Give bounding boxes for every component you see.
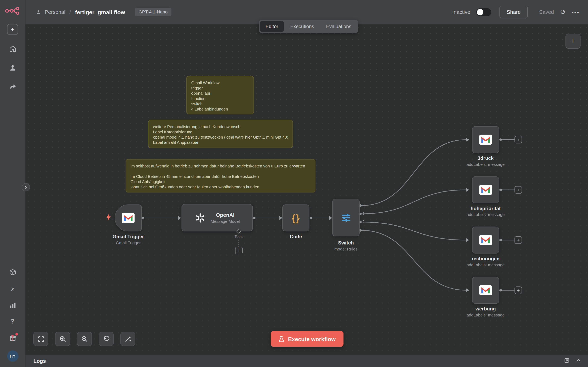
n8n-logo-icon[interactable] (5, 5, 20, 18)
active-status-label: Inactive (452, 9, 470, 15)
zoom-in-button[interactable] (55, 332, 70, 346)
node-subtitle: addLabels: message (467, 162, 505, 167)
node-subtitle: addLabels: message (467, 313, 505, 317)
users-icon[interactable] (9, 64, 17, 72)
share-button[interactable]: Share (500, 6, 528, 18)
node-werbung[interactable]: werbung addLabels: message (472, 277, 499, 304)
node-subtitle: mode: Rules (334, 247, 357, 251)
code-icon: {} (292, 212, 300, 224)
open-nodes-panel-button[interactable]: + (565, 34, 580, 49)
node-3druck[interactable]: 3druck addLabels: message (472, 126, 499, 153)
gmail-icon (479, 185, 492, 195)
left-sidebar: + (0, 0, 26, 367)
switch-icon (340, 212, 352, 223)
tab-executions[interactable]: Executions (285, 21, 320, 32)
node-subtitle: Gmail Trigger (112, 241, 144, 245)
project-person-icon (35, 9, 41, 15)
node-label: hohepriorität (467, 206, 505, 211)
gmail-icon (479, 235, 492, 245)
fit-view-button[interactable] (33, 332, 48, 346)
tab-editor[interactable]: Editor (260, 21, 284, 32)
execute-workflow-button[interactable]: Execute workflow (271, 331, 343, 347)
notification-dot (15, 333, 18, 335)
canvas-controls (33, 332, 135, 346)
node-label: Code (290, 234, 302, 239)
tab-evaluations[interactable]: Evaluations (320, 21, 357, 32)
templates-icon[interactable] (9, 268, 17, 276)
node-switch[interactable]: Switch mode: Rules (332, 199, 359, 236)
reset-zoom-button[interactable] (99, 332, 114, 346)
insights-icon[interactable] (9, 301, 17, 309)
trigger-bolt-icon (106, 213, 111, 222)
node-label: werbung (467, 306, 505, 312)
workflow-canvas[interactable]: Gmail Workflow trigger openai api functi… (26, 24, 588, 355)
add-node-button[interactable]: + (515, 287, 522, 294)
execute-workflow-label: Execute workflow (288, 336, 336, 342)
connections-layer (26, 24, 588, 355)
node-hoheprioritaet[interactable]: hohepriorität addLabels: message (472, 176, 499, 203)
node-openai[interactable]: OpenAI Message Model Tools + (182, 204, 253, 231)
logs-title: Logs (33, 358, 46, 364)
variables-icon[interactable]: x (9, 284, 17, 293)
tools-dashed-line (239, 240, 239, 247)
gmail-icon (122, 213, 135, 223)
tools-port-label: Tools (234, 234, 243, 239)
open-logs-panel-icon[interactable] (564, 357, 570, 364)
node-code[interactable]: {} Code (282, 205, 309, 231)
breadcrumb-separator: / (69, 9, 72, 15)
user-avatar[interactable]: HY (7, 350, 18, 362)
more-options-icon[interactable]: ••• (571, 9, 580, 15)
add-node-button[interactable]: + (515, 136, 522, 143)
node-label: Switch (334, 240, 357, 246)
node-subtitle: addLabels: message (467, 263, 505, 267)
openai-icon (195, 212, 206, 223)
add-tool-button[interactable]: + (235, 247, 242, 254)
node-label: OpenAI (216, 212, 234, 218)
switch-output-label-1: 1 (363, 212, 364, 215)
node-label: 3druck (467, 155, 505, 161)
share-arrow-icon[interactable] (9, 83, 17, 91)
gmail-icon (479, 134, 492, 145)
logs-panel[interactable]: Logs (26, 355, 588, 367)
breadcrumb-project[interactable]: Personal (44, 9, 65, 15)
help-icon[interactable]: ? (9, 318, 17, 326)
switch-output-label-0: 0 (363, 203, 364, 207)
saved-status: Saved (539, 9, 554, 15)
sidebar-expand-button[interactable] (22, 183, 30, 191)
add-workflow-button[interactable]: + (7, 24, 18, 35)
node-subtitle: addLabels: message (467, 212, 505, 217)
node-label: rechnungen (467, 256, 505, 261)
node-gmail-trigger[interactable]: Gmail Trigger Gmail Trigger (115, 205, 142, 231)
toggle-knob (477, 9, 483, 15)
node-rechnungen[interactable]: rechnungen addLabels: message (472, 227, 499, 253)
whats-new-gift-icon[interactable] (9, 334, 17, 342)
workflow-title[interactable]: fertiger gmail flow (75, 9, 125, 15)
node-label: Gmail Trigger (112, 234, 144, 239)
home-icon[interactable] (9, 44, 17, 53)
zoom-out-button[interactable] (77, 332, 92, 346)
active-toggle[interactable] (476, 8, 491, 16)
flask-icon (279, 336, 284, 342)
app: + (0, 0, 588, 367)
breadcrumb: Personal / fertiger gmail flow (35, 9, 125, 15)
view-tabs: Editor Executions Evaluations (259, 20, 358, 33)
node-subtitle: Message Model (211, 219, 240, 223)
add-node-button[interactable]: + (515, 186, 522, 193)
add-node-button[interactable]: + (515, 236, 522, 244)
switch-output-label-3: 3 (363, 228, 364, 232)
switch-output-label-2: 2 (363, 220, 364, 224)
gmail-icon (479, 285, 492, 295)
tidy-up-button[interactable] (120, 332, 135, 346)
history-icon[interactable]: ↺ (560, 9, 565, 16)
workflow-tag[interactable]: GPT-4.1-Nano (135, 8, 171, 16)
expand-logs-chevron-icon[interactable] (576, 357, 581, 364)
